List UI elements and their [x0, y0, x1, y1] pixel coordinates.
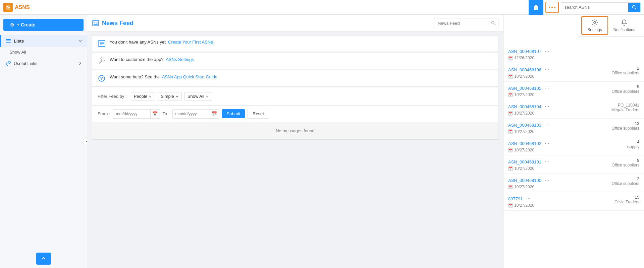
asn-link[interactable]: ASN_000468101	[508, 159, 541, 164]
show-all-label: Show All	[9, 50, 26, 55]
asn-list-item[interactable]: 897791 ··· 📅 10/27/2020 15 Olivia Trader…	[503, 192, 644, 211]
asn-vendor: Office suppliers	[612, 163, 639, 168]
notifications-button[interactable]: Notifications	[608, 17, 641, 34]
more-options-button[interactable]	[545, 2, 559, 13]
collapse-sidebar-button[interactable]	[83, 137, 87, 145]
asn-more-button[interactable]: ···	[543, 84, 550, 92]
asn-date: 📅 12/26/2020	[508, 56, 637, 60]
asn-link[interactable]: ASN_000468103	[508, 123, 541, 128]
filter-simple-select[interactable]: Simple	[158, 92, 182, 100]
asn-more-button[interactable]: ···	[543, 121, 550, 129]
settings-button[interactable]: Settings	[581, 16, 608, 35]
feed-content: You don't have any ASNs yet Create Your …	[87, 32, 503, 268]
search-button[interactable]	[628, 2, 640, 12]
submit-button[interactable]: Submit	[222, 109, 245, 118]
asn-more-button[interactable]: ···	[543, 158, 550, 165]
news-feed-search-button[interactable]	[488, 18, 498, 28]
asn-date: 📅 10/27/2020	[508, 74, 609, 79]
filter-label: Filter Feed by :	[98, 94, 127, 99]
filter-people-select[interactable]: People	[131, 92, 155, 100]
asn-list-item[interactable]: ASN_000468102 ··· 📅 10/27/2020 4 isupply	[503, 137, 644, 155]
create-button[interactable]: ⊕ + Create	[3, 19, 84, 31]
asn-list-item[interactable]: ASN_000468105 ··· 📅 10/27/2020 9 Office …	[503, 82, 644, 100]
toolbar-row: Settings Notifications	[578, 15, 644, 37]
to-calendar-button[interactable]: 📅	[210, 109, 219, 119]
home-button[interactable]	[529, 0, 543, 15]
reset-button[interactable]: Reset	[248, 109, 269, 119]
asn-vendor: Olivia Traders	[614, 200, 639, 204]
filter-show-all-select[interactable]: Show All	[184, 92, 212, 100]
calendar-icon: 📅	[508, 129, 513, 134]
asn-list-item[interactable]: ASN_000468100 ··· 📅 10/27/2020 2 Office …	[503, 174, 644, 192]
help-icon: ?	[98, 74, 106, 82]
asn-vendor: Office suppliers	[612, 89, 639, 94]
asn-link[interactable]: ASN_000468105	[508, 86, 541, 91]
asn-link[interactable]: ASN_000468106	[508, 67, 541, 72]
asn-more-button[interactable]: ···	[543, 140, 550, 147]
calendar-icon: 📅	[508, 166, 513, 171]
asn-more-button[interactable]: ···	[543, 103, 550, 110]
asn-info: ASN_000468106 ··· 📅 10/27/2020	[508, 66, 609, 79]
asn-more-button[interactable]: ···	[543, 48, 550, 55]
asn-date-text: 10/27/2020	[514, 203, 534, 208]
asn-more-button[interactable]: ···	[525, 195, 532, 202]
card3-text: Want some help? See the	[110, 74, 160, 79]
news-feed-title: News Feed	[92, 19, 431, 27]
simple-label: Simple	[161, 94, 174, 99]
scroll-up-button[interactable]	[36, 253, 51, 265]
asn-link[interactable]: 897791	[508, 196, 523, 201]
asn-vendor: Megala Traders	[611, 108, 639, 112]
asn-info: 897791 ··· 📅 10/27/2020	[508, 195, 612, 208]
sidebar-item-lists[interactable]: Lists	[0, 35, 87, 47]
asn-list-item[interactable]: ASN_000468106 ··· 📅 10/27/2020 2 Office …	[503, 63, 644, 82]
from-date-input[interactable]	[113, 112, 150, 116]
asn-date-text: 10/27/2020	[514, 111, 534, 116]
asn-meta: 2 Office suppliers	[612, 177, 639, 186]
asn-icon	[98, 40, 106, 48]
asn-date: 📅 10/27/2020	[508, 203, 612, 208]
asn-meta: 4 isupply	[627, 140, 639, 149]
asn-vendor: isupply	[627, 144, 639, 149]
asn-link[interactable]: ASN_000468100	[508, 178, 541, 183]
feed-card-content: You don't have any ASNs yet Create Your …	[110, 40, 213, 45]
sidebar-item-useful-links[interactable]: Useful Links	[0, 57, 87, 69]
asn-info: ASN_000468104 ··· 📅 10/27/2020	[508, 103, 609, 116]
asn-list-item[interactable]: ASN_000468104 ··· 📅 10/27/2020 PO_110041…	[503, 100, 644, 119]
news-feed-search-input[interactable]	[434, 21, 488, 26]
asn-info: ASN_000468101 ··· 📅 10/27/2020	[508, 158, 609, 171]
asn-date-text: 10/27/2020	[514, 185, 534, 189]
asn-date: 📅 10/27/2020	[508, 129, 609, 134]
from-calendar-button[interactable]: 📅	[150, 109, 160, 119]
asn-count: 4	[627, 140, 639, 144]
notifications-label: Notifications	[613, 27, 635, 32]
asn-list-item[interactable]: ASN_000468107 ··· 📅 12/26/2020	[503, 45, 644, 63]
asn-meta: 2 Office suppliers	[612, 66, 639, 75]
asn-list-item[interactable]: ASN_000468101 ··· 📅 10/27/2020 9 Office …	[503, 155, 644, 174]
asn-link[interactable]: ASN_000468104	[508, 104, 541, 109]
calendar-icon: 📅	[508, 92, 513, 97]
search-input[interactable]	[561, 5, 628, 10]
to-date-input[interactable]	[173, 112, 210, 116]
useful-links-label: Useful Links	[14, 61, 78, 66]
card2-text: Want to customize the app?	[110, 57, 164, 62]
sidebar-show-all[interactable]: Show All	[0, 47, 87, 57]
svg-rect-10	[93, 20, 99, 26]
calendar-icon: 📅	[508, 148, 513, 152]
calendar-icon: 📅	[508, 203, 513, 208]
create-first-asn-link[interactable]: Create Your First ASNs	[168, 40, 213, 45]
asn-info: ASN_000468102 ··· 📅 10/27/2020	[508, 140, 624, 152]
asns-settings-link[interactable]: ASNs Settings	[166, 57, 194, 62]
asn-list-item[interactable]: ASN_000468103 ··· 📅 10/27/2020 13 Office…	[503, 119, 644, 137]
asn-info: ASN_000468100 ··· 📅 10/27/2020	[508, 177, 609, 189]
plus-icon: ⊕	[10, 22, 14, 27]
app-name: ASNS	[15, 4, 30, 10]
logo-icon	[3, 3, 13, 12]
right-sidebar: ASN_000468107 ··· 📅 12/26/2020 ASN_00046…	[503, 15, 644, 268]
create-label: + Create	[17, 22, 36, 27]
calendar-icon: 📅	[508, 56, 513, 60]
asn-link[interactable]: ASN_000468102	[508, 141, 541, 146]
asn-link[interactable]: ASN_000468107	[508, 49, 541, 54]
asn-more-button[interactable]: ···	[543, 177, 550, 184]
asn-more-button[interactable]: ···	[543, 66, 550, 73]
quick-start-guide-link[interactable]: ASNs App Quick Start Guide	[162, 74, 217, 79]
